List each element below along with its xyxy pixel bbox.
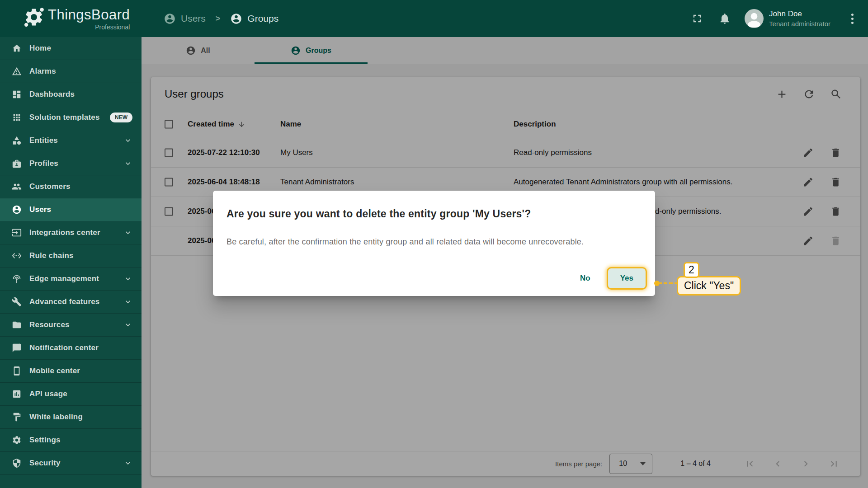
sidebar-item-home[interactable]: Home: [0, 37, 142, 60]
sidebar-item-rule-chains[interactable]: Rule chains: [0, 244, 142, 267]
shield-icon: [12, 458, 22, 468]
thingsboard-logo[interactable]: ThingsBoard Professional: [24, 7, 130, 31]
chevron-down-icon: [123, 274, 132, 283]
user-role: Tenant administrator: [769, 20, 830, 28]
sidebar-item-label: Settings: [29, 436, 61, 445]
brand-name: ThingsBoard: [48, 7, 130, 23]
sidebar-item-entities[interactable]: Entities: [0, 129, 142, 152]
sidebar-item-profiles[interactable]: Profiles: [0, 152, 142, 175]
breadcrumb: Users > Groups: [164, 0, 278, 37]
dashboards-icon: [12, 89, 22, 99]
sidebar-item-label: Alarms: [29, 67, 56, 76]
avatar[interactable]: [745, 9, 764, 28]
people-icon: [12, 182, 22, 192]
sidebar-item-label: Mobile center: [29, 366, 80, 375]
sidebar-item-dashboards[interactable]: Dashboards: [0, 83, 142, 106]
sidebar-item-label: Solution templates: [29, 113, 100, 122]
sidebar-item-label: Integrations center: [29, 228, 100, 237]
sidebar-item-security[interactable]: Security: [0, 452, 142, 475]
sidebar-item-solution-templates[interactable]: Solution templatesNEW: [0, 106, 142, 129]
chat-icon: [12, 343, 22, 353]
annotation-label: Click "Yes": [677, 276, 741, 296]
chevron-down-icon: [123, 136, 132, 145]
wrench-icon: [12, 297, 22, 307]
annotation-step-badge: 2: [684, 262, 699, 278]
bell-icon[interactable]: [718, 12, 731, 25]
dialog-title: Are you sure you want to delete the enti…: [226, 208, 642, 220]
breadcrumb-separator: >: [216, 14, 221, 23]
grid-icon: [12, 113, 22, 122]
brand-edition: Professional: [95, 23, 130, 31]
sidebar-item-label: Users: [29, 205, 51, 214]
sidebar-item-alarms[interactable]: Alarms: [0, 60, 142, 83]
breadcrumb-item-groups[interactable]: Groups: [230, 13, 278, 25]
ethernet-icon: [12, 251, 22, 261]
home-icon: [12, 43, 22, 53]
person-icon: [12, 205, 22, 215]
user-name: John Doe: [769, 9, 830, 19]
gear-icon: [12, 435, 22, 445]
breadcrumb-label: Groups: [247, 13, 278, 24]
yes-button[interactable]: Yes: [607, 267, 647, 290]
sidebar-item-label: Notification center: [29, 343, 99, 352]
warning-icon: [12, 66, 22, 76]
dialog-message: Be careful, after the confirmation the e…: [226, 237, 642, 247]
person-icon: [745, 9, 764, 28]
antenna-icon: [12, 274, 22, 284]
sidebar-item-label: Entities: [29, 136, 58, 145]
sidebar-item-white-labeling[interactable]: White labeling: [0, 406, 142, 429]
sidebar-item-edge-management[interactable]: Edge management: [0, 267, 142, 291]
sidebar-item-label: Customers: [29, 182, 71, 191]
sidebar-item-label: Home: [29, 44, 51, 53]
person-icon: [164, 13, 176, 25]
sidebar-item-settings[interactable]: Settings: [0, 429, 142, 452]
input-icon: [12, 228, 22, 238]
sidebar-item-resources[interactable]: Resources: [0, 314, 142, 337]
sidebar-item-users[interactable]: Users: [0, 198, 142, 221]
category-icon: [12, 136, 22, 145]
thingsboard-logo-icon: [24, 7, 44, 28]
sidebar-item-mobile-center[interactable]: Mobile center: [0, 360, 142, 383]
sidebar-item-label: Profiles: [29, 159, 58, 168]
chart-icon: [12, 389, 22, 399]
fullscreen-icon[interactable]: [691, 12, 703, 25]
sidebar-item-notification-center[interactable]: Notification center: [0, 337, 142, 360]
no-button[interactable]: No: [571, 268, 599, 288]
chevron-down-icon: [123, 320, 132, 329]
sidebar-item-label: White labeling: [29, 413, 83, 422]
paint-icon: [12, 412, 22, 422]
sidebar-item-label: API usage: [29, 389, 67, 399]
phone-icon: [12, 366, 22, 376]
chevron-down-icon: [123, 459, 132, 468]
sidebar: HomeAlarmsDashboardsSolution templatesNE…: [0, 37, 142, 488]
sidebar-item-advanced-features[interactable]: Advanced features: [0, 291, 142, 314]
sidebar-item-label: Resources: [29, 320, 70, 329]
user-info[interactable]: John Doe Tenant administrator: [769, 9, 830, 28]
kebab-menu-icon[interactable]: [849, 12, 855, 26]
delete-confirmation-dialog: Are you sure you want to delete the enti…: [213, 191, 655, 296]
breadcrumb-label: Users: [181, 13, 206, 24]
sidebar-item-integrations-center[interactable]: Integrations center: [0, 221, 142, 244]
breadcrumb-item-users[interactable]: Users: [164, 13, 206, 25]
sidebar-item-label: Dashboards: [29, 90, 75, 99]
chevron-down-icon: [123, 297, 132, 306]
chevron-down-icon: [123, 159, 132, 168]
sidebar-item-label: Edge management: [29, 274, 99, 283]
chevron-down-icon: [123, 228, 132, 237]
sidebar-item-customers[interactable]: Customers: [0, 175, 142, 198]
sidebar-item-label: Advanced features: [29, 297, 100, 306]
sidebar-item-api-usage[interactable]: API usage: [0, 383, 142, 406]
badge-icon: [12, 159, 22, 169]
sidebar-item-label: Security: [29, 459, 61, 468]
app-header: ThingsBoard Professional Users > Groups …: [0, 0, 868, 37]
new-badge: NEW: [110, 113, 132, 122]
person-icon: [230, 13, 242, 25]
sidebar-item-label: Rule chains: [29, 251, 74, 260]
folder-icon: [12, 320, 22, 330]
annotation-connector-line: [658, 282, 678, 284]
